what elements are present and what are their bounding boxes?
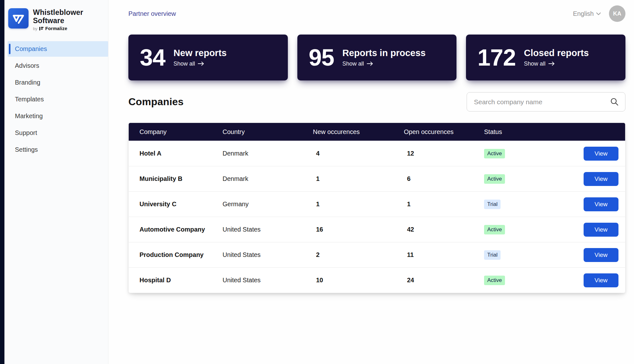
formalize-icon <box>39 27 43 31</box>
show-all-label: Show all <box>342 61 364 67</box>
brand: Whistleblower Software by Formalize <box>4 8 108 31</box>
status-badge: Trial <box>484 200 501 209</box>
open-occurences-cell: 42 <box>404 226 484 233</box>
search-box <box>467 92 625 112</box>
show-all-link[interactable]: Show all <box>173 61 204 67</box>
table-header-row: Company Country New occurences Open occu… <box>129 123 625 141</box>
search-input[interactable] <box>467 98 625 106</box>
stat-value: 95 <box>309 46 334 69</box>
view-button[interactable]: View <box>584 172 618 186</box>
avatar[interactable]: KA <box>609 5 625 22</box>
breadcrumb[interactable]: Partner overview <box>128 10 176 17</box>
stat-title: New reports <box>173 48 227 58</box>
company-name-cell: Hotel A <box>139 150 223 157</box>
open-occurences-cell: 6 <box>404 175 484 182</box>
status-cell: Trial <box>484 200 580 209</box>
status-badge: Active <box>484 149 505 158</box>
sidebar-item-templates[interactable]: Templates <box>8 92 108 107</box>
topbar-right: English KA <box>573 5 625 22</box>
country-cell: United States <box>223 251 313 259</box>
company-name-cell: Municipality B <box>139 175 223 182</box>
status-cell: Active <box>484 174 580 184</box>
show-all-label: Show all <box>524 61 546 67</box>
new-occurences-cell: 10 <box>313 277 404 284</box>
open-occurences-cell: 12 <box>404 150 484 157</box>
table-body: Hotel ADenmark412ActiveViewMunicipality … <box>129 141 625 293</box>
stat-card-reports-in-process: 95 Reports in process Show all <box>297 35 457 80</box>
open-occurences-cell: 24 <box>404 277 484 284</box>
arrow-right-icon <box>198 61 204 66</box>
status-cell: Active <box>484 149 580 158</box>
status-badge: Active <box>484 225 505 234</box>
stat-value: 34 <box>140 46 165 69</box>
brand-text: Whistleblower Software by Formalize <box>33 8 83 31</box>
status-cell: Active <box>484 276 580 285</box>
view-button[interactable]: View <box>584 248 618 262</box>
sidebar-item-support[interactable]: Support <box>8 125 108 141</box>
view-button[interactable]: View <box>584 197 618 211</box>
status-cell: Active <box>484 225 580 234</box>
stat-value: 172 <box>477 46 515 69</box>
new-occurences-cell: 1 <box>313 201 404 208</box>
search-icon[interactable] <box>610 97 619 106</box>
page-title: Companies <box>128 96 184 108</box>
sidebar-item-advisors[interactable]: Advisors <box>8 58 108 73</box>
company-name-cell: Hospital D <box>139 277 223 284</box>
whistleblower-logo-icon <box>8 8 29 29</box>
new-occurences-cell: 1 <box>313 175 404 182</box>
open-occurences-cell: 11 <box>404 251 484 259</box>
show-all-label: Show all <box>173 61 195 67</box>
arrow-right-icon <box>367 61 373 66</box>
view-button[interactable]: View <box>584 147 618 161</box>
table-row: Municipality BDenmark16ActiveView <box>129 166 625 191</box>
app-root: Whistleblower Software by Formalize Comp… <box>0 0 634 364</box>
byline-prefix: by <box>33 26 37 31</box>
sidebar-item-label: Companies <box>15 45 47 53</box>
stat-title: Closed reports <box>524 48 589 58</box>
companies-section-head: Companies <box>128 92 625 112</box>
new-occurences-cell: 16 <box>313 226 404 233</box>
sidebar-item-label: Branding <box>15 79 40 86</box>
column-header-open-occurences: Open occurences <box>404 128 484 136</box>
sidebar-nav: CompaniesAdvisorsBrandingTemplatesMarket… <box>4 41 108 157</box>
new-occurences-cell: 2 <box>313 251 404 259</box>
byline-brand: Formalize <box>45 26 68 31</box>
table-row: Hospital DUnited States1024ActiveView <box>129 267 625 293</box>
arrow-right-icon <box>548 61 555 66</box>
left-edge-strip <box>0 0 4 364</box>
sidebar-item-label: Advisors <box>15 62 39 69</box>
column-header-status: Status <box>484 128 580 136</box>
company-name-cell: Production Company <box>139 251 223 259</box>
status-badge: Trial <box>484 250 501 260</box>
column-header-new-occurences: New occurences <box>313 128 404 136</box>
sidebar-item-label: Settings <box>15 146 38 153</box>
sidebar-item-label: Templates <box>15 96 44 103</box>
country-cell: United States <box>223 226 313 233</box>
table-row: University CGermany11TrialView <box>129 191 625 217</box>
country-cell: Germany <box>223 201 313 208</box>
language-selector[interactable]: English <box>573 10 601 17</box>
column-header-country: Country <box>223 128 313 136</box>
status-badge: Active <box>484 174 505 184</box>
sidebar-item-marketing[interactable]: Marketing <box>8 108 108 124</box>
view-button[interactable]: View <box>584 223 618 237</box>
country-cell: United States <box>223 277 313 284</box>
chevron-down-icon <box>596 12 601 15</box>
topbar: Partner overview English KA <box>128 0 625 27</box>
show-all-link[interactable]: Show all <box>524 61 555 67</box>
table-row: Automotive CompanyUnited States1642Activ… <box>129 217 625 242</box>
sidebar-item-label: Support <box>15 129 37 137</box>
show-all-link[interactable]: Show all <box>342 61 373 67</box>
country-cell: Denmark <box>223 175 313 182</box>
sidebar-item-label: Marketing <box>15 112 43 120</box>
view-button[interactable]: View <box>584 273 618 287</box>
sidebar-item-branding[interactable]: Branding <box>8 75 108 90</box>
sidebar: Whistleblower Software by Formalize Comp… <box>4 0 108 364</box>
brand-byline: by Formalize <box>33 26 83 31</box>
stat-card-new-reports: 34 New reports Show all <box>128 35 288 80</box>
sidebar-item-companies[interactable]: Companies <box>8 41 108 57</box>
table-row: Hotel ADenmark412ActiveView <box>129 141 625 166</box>
sidebar-item-settings[interactable]: Settings <box>8 142 108 157</box>
company-name-cell: Automotive Company <box>139 226 223 233</box>
status-badge: Active <box>484 276 505 285</box>
